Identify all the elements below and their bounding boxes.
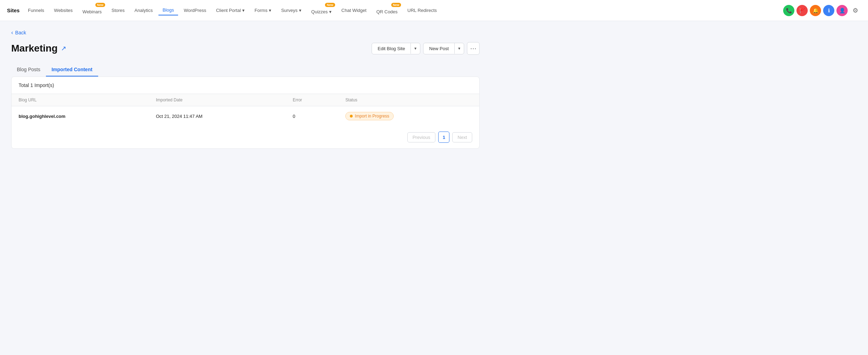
nav-icon-bell[interactable]: 🔔 — [810, 5, 821, 16]
settings-icon[interactable]: ⚙ — [850, 5, 861, 16]
status-badge: Import in Progress — [345, 112, 394, 120]
nav-item-websites[interactable]: Websites — [50, 6, 77, 15]
new-post-dropdown[interactable]: ▾ — [454, 43, 464, 54]
edit-blog-site-dropdown[interactable]: ▾ — [411, 43, 420, 54]
quizzes-chevron — [329, 9, 332, 14]
header-actions: Edit Blog Site ▾ New Post ▾ ⋯ — [372, 42, 480, 55]
cell-blog-url: blog.gohighlevel.com — [12, 106, 149, 126]
imports-table: Blog URL Imported Date Error Status — [12, 94, 479, 126]
col-status: Status — [338, 94, 479, 106]
page-title-row: Marketing ↗ — [11, 43, 66, 54]
cell-error: 0 — [286, 106, 338, 126]
nav-item-blogs[interactable]: Blogs — [158, 5, 178, 15]
table-card-header: Total 1 Import(s) — [12, 77, 479, 94]
nav-item-webinars[interactable]: New Webinars — [78, 4, 106, 16]
previous-button[interactable]: Previous — [407, 132, 436, 142]
nav-item-stores[interactable]: Stores — [107, 6, 129, 15]
table-row: blog.gohighlevel.com Oct 21, 2024 11:47 … — [12, 106, 479, 126]
new-post-button[interactable]: New Post — [423, 43, 454, 54]
nav-item-analytics[interactable]: Analytics — [130, 6, 157, 15]
nav-item-qr-codes[interactable]: New QR Codes — [372, 4, 402, 16]
qr-codes-badge: New — [391, 3, 401, 7]
nav-item-url-redirects[interactable]: URL Redirects — [403, 6, 441, 15]
table-card: Total 1 Import(s) Blog URL Imported Date… — [11, 76, 480, 149]
page-header: Marketing ↗ Edit Blog Site ▾ New Post ▾ … — [11, 42, 480, 55]
nav-brand: Sites — [7, 7, 20, 13]
next-button[interactable]: Next — [452, 132, 472, 142]
cell-imported-date: Oct 21, 2024 11:47 AM — [149, 106, 286, 126]
edit-blog-site-button[interactable]: Edit Blog Site — [372, 43, 411, 54]
top-nav: Sites Funnels Websites New Webinars Stor… — [0, 0, 868, 21]
col-blog-url: Blog URL — [12, 94, 149, 106]
cell-status: Import in Progress — [338, 106, 479, 126]
col-error: Error — [286, 94, 338, 106]
pagination: Previous 1 Next — [12, 126, 479, 148]
nav-item-quizzes[interactable]: New Quizzes — [307, 4, 336, 16]
nav-avatar[interactable]: 👤 — [836, 5, 848, 16]
edit-blog-site-split-btn: Edit Blog Site ▾ — [372, 43, 420, 54]
nav-item-wordpress[interactable]: WordPress — [179, 6, 210, 15]
new-post-split-btn: New Post ▾ — [423, 43, 464, 54]
back-link[interactable]: ‹ Back — [11, 29, 480, 36]
client-portal-chevron — [242, 8, 245, 13]
tab-blog-posts[interactable]: Blog Posts — [11, 63, 46, 76]
external-link-icon[interactable]: ↗ — [61, 45, 66, 52]
table-body: blog.gohighlevel.com Oct 21, 2024 11:47 … — [12, 106, 479, 126]
nav-item-forms[interactable]: Forms — [250, 6, 276, 15]
total-imports-label: Total 1 Import(s) — [19, 82, 54, 88]
back-arrow: ‹ — [11, 29, 13, 36]
col-imported-date: Imported Date — [149, 94, 286, 106]
page-title: Marketing — [11, 43, 57, 54]
nav-item-funnels[interactable]: Funnels — [24, 6, 48, 15]
tabs: Blog Posts Imported Content — [11, 63, 480, 76]
more-options-button[interactable]: ⋯ — [467, 42, 480, 55]
nav-icon-phone[interactable]: 📞 — [783, 5, 794, 16]
status-label: Import in Progress — [355, 114, 389, 119]
forms-chevron — [269, 8, 271, 13]
nav-icon-flag[interactable]: 🚩 — [796, 5, 808, 16]
nav-icons: 📞 🚩 🔔 ℹ 👤 ⚙ — [783, 5, 861, 16]
page-number-1[interactable]: 1 — [438, 132, 449, 143]
back-label: Back — [15, 30, 26, 35]
nav-item-chat-widget[interactable]: Chat Widget — [337, 6, 371, 15]
webinars-badge: New — [95, 3, 106, 7]
status-dot — [350, 115, 353, 118]
nav-item-client-portal[interactable]: Client Portal — [212, 6, 249, 15]
page-content: ‹ Back Marketing ↗ Edit Blog Site ▾ New … — [0, 21, 491, 157]
table-header: Blog URL Imported Date Error Status — [12, 94, 479, 106]
nav-icon-info[interactable]: ℹ — [823, 5, 834, 16]
quizzes-badge: New — [325, 3, 335, 7]
surveys-chevron — [299, 8, 301, 13]
tab-imported-content[interactable]: Imported Content — [46, 63, 98, 76]
nav-item-surveys[interactable]: Surveys — [277, 6, 306, 15]
